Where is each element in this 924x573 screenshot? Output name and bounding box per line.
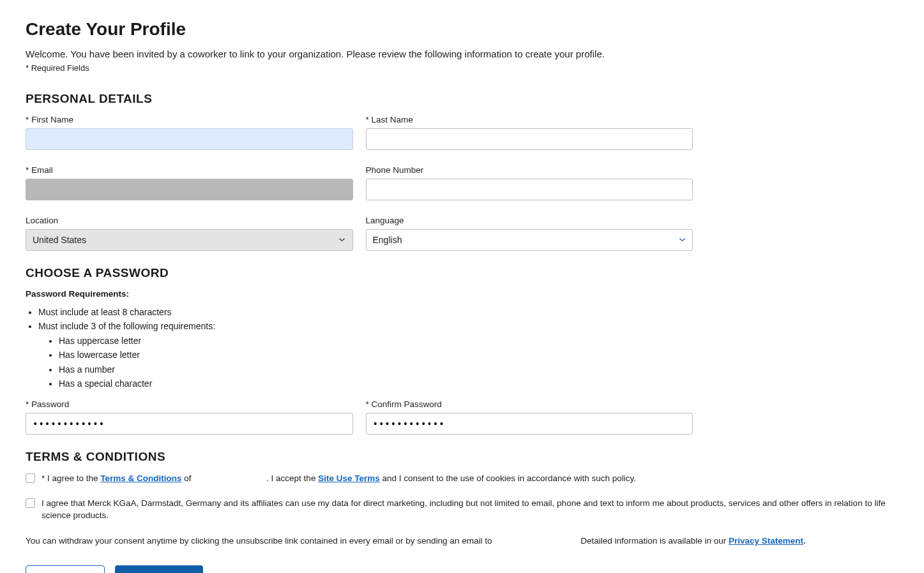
password-grid: * Password * Confirm Password [26, 399, 693, 435]
password-requirements-title: Password Requirements: [26, 289, 898, 299]
phone-label: Phone Number [366, 165, 693, 175]
confirm-password-label: * Confirm Password [366, 399, 693, 409]
email-label: * Email [26, 165, 353, 175]
withdraw-consent-text: You can withdraw your consent anytime by… [26, 535, 898, 547]
confirm-password-input[interactable] [366, 413, 693, 435]
req-subitem: Has a special character [59, 376, 898, 391]
terms-conditions-link[interactable]: Terms & Conditions [100, 473, 181, 483]
location-select[interactable]: United States [26, 229, 353, 251]
phone-input[interactable] [366, 179, 693, 200]
terms-checkbox-row-1: * I agree to the Terms & Conditions of .… [26, 473, 898, 485]
req-subitem: Has lowercase letter [59, 348, 898, 362]
chevron-down-icon [678, 236, 686, 244]
section-terms: TERMS & CONDITIONS [26, 450, 898, 464]
cancel-button[interactable]: Cancel [26, 565, 105, 573]
personal-details-grid: * First Name * Last Name * Email Phone N… [26, 115, 693, 251]
last-name-label: * Last Name [366, 115, 693, 124]
marketing-consent-text: I agree that Merck KGaA, Darmstadt, Germ… [42, 498, 898, 522]
req-subitem: Has a number [59, 362, 898, 376]
terms-agree-checkbox[interactable] [26, 473, 35, 483]
req-item: Must include at least 8 characters [38, 305, 898, 319]
site-use-terms-link[interactable]: Site Use Terms [318, 473, 380, 483]
section-personal-details: PERSONAL DETAILS [26, 92, 898, 106]
page-title: Create Your Profile [26, 19, 898, 40]
last-name-input[interactable] [366, 128, 693, 150]
create-profile-button[interactable]: Create Profile [115, 565, 203, 573]
language-select[interactable]: English [366, 229, 693, 251]
button-row: Cancel Create Profile [26, 565, 898, 573]
marketing-consent-checkbox[interactable] [26, 498, 35, 508]
req-item: Must include 3 of the following requirem… [38, 319, 898, 391]
password-input[interactable] [26, 413, 353, 435]
chevron-down-icon [338, 236, 346, 244]
first-name-input[interactable] [26, 128, 353, 150]
password-requirements-list: Must include at least 8 characters Must … [26, 305, 898, 391]
language-label: Language [366, 216, 693, 225]
intro-text: Welcome. You have been invited by a cowo… [26, 48, 898, 59]
language-value: English [373, 235, 402, 245]
location-value: United States [33, 235, 86, 245]
email-input[interactable] [26, 179, 353, 200]
privacy-statement-link[interactable]: Privacy Statement [729, 536, 803, 546]
location-label: Location [26, 216, 353, 225]
terms-checkbox-row-2: I agree that Merck KGaA, Darmstadt, Germ… [26, 498, 898, 522]
first-name-label: * First Name [26, 115, 353, 124]
required-fields-note: * Required Fields [26, 63, 898, 73]
terms-agree-text: * I agree to the Terms & Conditions of .… [42, 473, 636, 485]
section-choose-password: CHOOSE A PASSWORD [26, 266, 898, 280]
password-label: * Password [26, 399, 353, 409]
req-subitem: Has uppercase letter [59, 334, 898, 348]
